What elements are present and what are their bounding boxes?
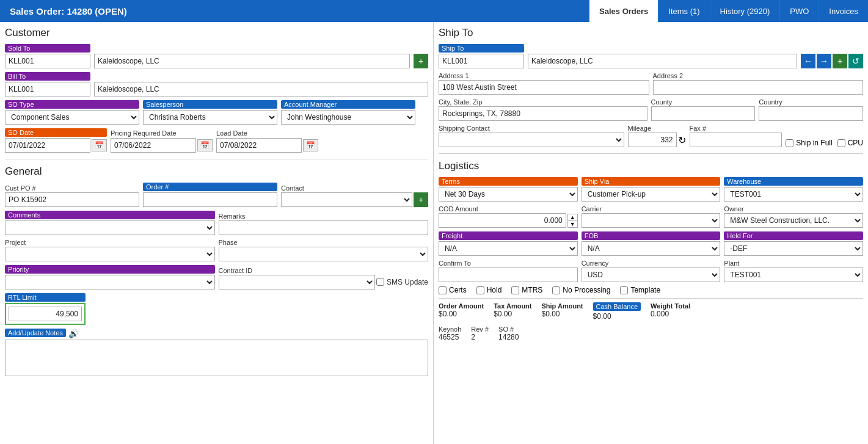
address2-input[interactable] [653, 80, 864, 95]
bill-to-group: Bill To [5, 72, 90, 96]
fax-group: Fax # [690, 125, 782, 147]
plant-select[interactable]: TEST001 [724, 267, 863, 282]
ship-amount-value: $0.00 [542, 310, 583, 318]
ship-in-full-checkbox[interactable] [786, 139, 793, 147]
certs-checkbox[interactable] [439, 286, 447, 294]
load-date-calendar-icon[interactable]: 📅 [303, 139, 318, 151]
freight-select[interactable]: N/A [439, 241, 578, 256]
sold-to-name[interactable] [94, 54, 410, 68]
account-manager-select[interactable]: John Westinghouse [281, 110, 415, 125]
bill-to-code[interactable] [5, 82, 90, 96]
currency-select[interactable]: USD [582, 267, 721, 282]
warehouse-select[interactable]: TEST001 [724, 187, 863, 202]
so-date-calendar-icon[interactable]: 📅 [92, 139, 107, 151]
hold-group: Hold [476, 286, 502, 294]
hold-checkbox[interactable] [476, 286, 484, 294]
phase-select[interactable] [219, 247, 429, 261]
pricing-date-calendar-icon[interactable]: 📅 [197, 139, 213, 151]
priority-label: Priority [5, 265, 215, 274]
cpu-checkbox[interactable] [837, 139, 845, 147]
rtl-limit-box [5, 303, 86, 325]
order-amount-value: $0.00 [439, 310, 484, 318]
notes-textarea[interactable] [5, 340, 428, 376]
fax-label: Fax # [690, 125, 782, 132]
contract-id-select[interactable] [219, 275, 375, 289]
sms-update-checkbox[interactable] [376, 278, 384, 286]
mileage-refresh-icon[interactable]: ↻ [678, 134, 686, 146]
cod-up-icon[interactable]: ▲ [568, 214, 577, 221]
rtl-limit-row: RTL Limit [5, 293, 428, 325]
mileage-input[interactable] [628, 133, 677, 147]
dates-row: SO Date 📅 Pricing Required Date 📅 Load D… [5, 128, 428, 153]
shipping-contact-group: Shipping Contact [439, 125, 624, 147]
sold-to-code[interactable] [5, 54, 90, 68]
remarks-input[interactable] [219, 220, 429, 235]
contact-group: Contact + [281, 184, 428, 207]
tab-sales-orders[interactable]: Sales Orders [589, 0, 658, 22]
bill-to-name[interactable] [94, 82, 428, 96]
cod-amount-input[interactable] [439, 213, 566, 228]
tab-invoices[interactable]: Invoices [819, 0, 868, 22]
keynoh-label: Keynoh [439, 326, 461, 333]
tab-history[interactable]: History (2920) [710, 0, 780, 22]
so-type-select[interactable]: Component Sales [5, 110, 139, 125]
address2-label: Address 2 [653, 72, 864, 79]
country-input[interactable] [759, 106, 863, 121]
remarks-label: Remarks [219, 213, 429, 220]
cod-amount-group: COD Amount ▲ ▼ [439, 205, 578, 228]
cod-down-icon[interactable]: ▼ [568, 221, 577, 227]
contact-select[interactable] [281, 192, 412, 207]
project-select[interactable] [5, 247, 215, 261]
contract-id-label: Contract ID [219, 267, 429, 274]
ship-to-next-button[interactable]: → [817, 54, 831, 68]
salesperson-select[interactable]: Christina Roberts [143, 110, 277, 125]
carrier-select[interactable] [582, 213, 721, 228]
load-date-input[interactable] [216, 138, 302, 153]
right-panel: Ship To Ship To ← → + ↺ Address 1 [434, 22, 868, 444]
owner-group: Owner M&W Steel Construction, LLC. [724, 205, 863, 228]
mtrs-checkbox[interactable] [511, 286, 519, 294]
comments-select[interactable] [5, 220, 215, 235]
ship-to-code-row: Ship To ← → + ↺ [439, 44, 863, 68]
held-for-select[interactable]: -DEF [724, 241, 863, 256]
fax-input[interactable] [690, 133, 782, 147]
no-processing-checkbox[interactable] [552, 286, 560, 294]
county-label: County [651, 98, 756, 106]
terms-select[interactable]: Net 30 Days [439, 187, 578, 202]
template-checkbox[interactable] [620, 286, 628, 294]
ship-to-name-input[interactable] [528, 54, 797, 68]
tab-pwo[interactable]: PWO [779, 0, 819, 22]
add-sold-to-button[interactable]: + [414, 54, 428, 68]
comments-label: Comments [5, 211, 215, 219]
order-amount-item: Order Amount $0.00 [439, 302, 484, 321]
confirm-to-input[interactable] [439, 267, 578, 282]
plant-group: Plant TEST001 [724, 260, 863, 282]
so-date-input[interactable] [5, 138, 90, 153]
ship-in-full-group: Ship in Full [786, 139, 832, 147]
cust-po-input[interactable] [5, 192, 139, 207]
county-input[interactable] [651, 106, 756, 121]
confirm-to-label: Confirm To [439, 260, 578, 267]
address1-input[interactable] [439, 80, 649, 95]
rev-num-item: Rev # 2 [471, 326, 489, 341]
cash-balance-label: Cash Balance [593, 302, 641, 311]
priority-select[interactable] [5, 275, 215, 289]
order-num-input[interactable] [143, 192, 277, 207]
county-group: County [651, 98, 756, 121]
ship-to-prev-button[interactable]: ← [801, 54, 815, 68]
ship-via-select[interactable]: Customer Pick-up [582, 187, 721, 202]
ship-to-add-button[interactable]: + [833, 54, 847, 68]
shipping-contact-select[interactable] [439, 133, 624, 147]
ship-to-refresh-button[interactable]: ↺ [848, 54, 863, 68]
tab-items[interactable]: Items (1) [658, 0, 709, 22]
add-contact-button[interactable]: + [414, 192, 428, 207]
city-state-zip-input[interactable] [439, 106, 647, 121]
pricing-date-input[interactable] [111, 138, 196, 153]
fob-select[interactable]: N/A [582, 241, 721, 256]
salesperson-label: Salesperson [143, 100, 277, 109]
ship-to-code-input[interactable] [439, 54, 524, 68]
logistics-row1: Terms Net 30 Days Ship Via Customer Pick… [439, 177, 863, 202]
priority-group: Priority [5, 265, 215, 289]
rtl-limit-input[interactable] [9, 307, 82, 321]
owner-select[interactable]: M&W Steel Construction, LLC. [724, 213, 863, 228]
